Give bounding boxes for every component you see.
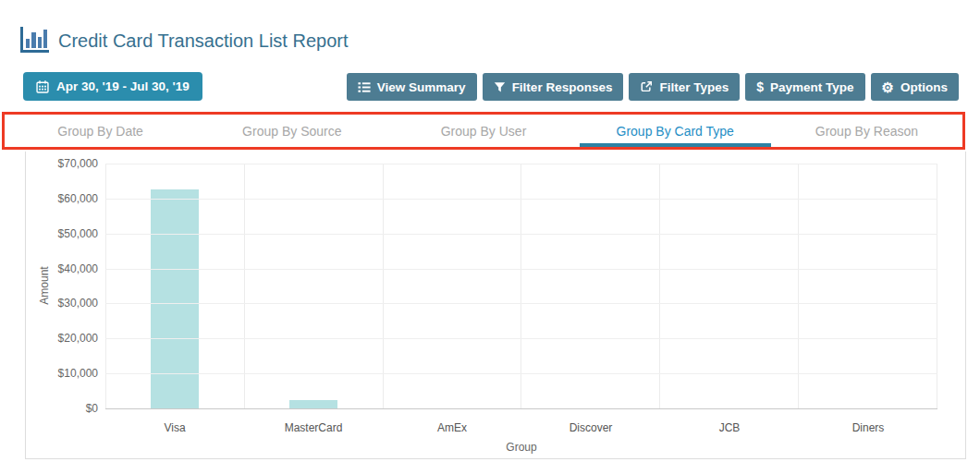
filter-types-label: Filter Types xyxy=(659,80,729,94)
category-column-diners xyxy=(798,164,937,408)
options-label: Options xyxy=(900,80,948,94)
x-axis-categories: VisaMasterCardAmExDiscoverJCBDiners xyxy=(105,414,937,434)
date-range-label: Apr 30, '19 - Jul 30, '19 xyxy=(56,79,190,93)
y-tick-label: $20,000 xyxy=(58,332,98,345)
x-category-label: MasterCard xyxy=(244,414,383,434)
view-summary-label: View Summary xyxy=(377,80,466,94)
plot-area xyxy=(105,164,937,408)
tab-group-by-card-type[interactable]: Group By Card Type xyxy=(580,115,771,147)
category-column-discover xyxy=(521,164,659,408)
page-header: Credit Card Transaction List Report xyxy=(20,27,348,53)
chart-panel: Amount $70,000$60,000$50,000$40,000$30,0… xyxy=(25,152,966,459)
tab-group-by-date[interactable]: Group By Date xyxy=(5,115,196,147)
payment-type-label: Payment Type xyxy=(770,80,854,94)
h-gridline xyxy=(105,164,937,164)
tab-label: Group By Reason xyxy=(815,124,918,139)
x-category-label: Visa xyxy=(105,414,244,434)
gear-icon: ⚙ xyxy=(882,80,894,94)
h-gridline xyxy=(105,234,937,235)
y-tick-label: $30,000 xyxy=(58,297,98,310)
page-title: Credit Card Transaction List Report xyxy=(58,30,348,53)
x-category-label: Discover xyxy=(521,414,660,434)
view-summary-button[interactable]: View Summary xyxy=(347,73,477,101)
dollar-icon: $ xyxy=(756,79,764,94)
x-category-label: Diners xyxy=(799,414,937,434)
category-column-mastercard xyxy=(244,164,383,408)
h-gridline xyxy=(105,199,937,200)
tab-label: Group By Date xyxy=(57,124,143,139)
report-page: Credit Card Transaction List Report Apr … xyxy=(0,0,980,462)
calendar-icon xyxy=(36,80,49,93)
tabs-highlight-annotation: Group By Date Group By Source Group By U… xyxy=(2,112,965,150)
h-gridline xyxy=(105,269,937,270)
tab-group-by-reason[interactable]: Group By Reason xyxy=(771,115,962,147)
funnel-icon xyxy=(494,81,506,93)
category-column-jcb xyxy=(659,164,798,408)
tab-group-by-source[interactable]: Group By Source xyxy=(196,115,387,147)
y-tick-label: $40,000 xyxy=(58,262,98,275)
x-category-label: JCB xyxy=(660,414,799,434)
options-button[interactable]: ⚙ Options xyxy=(871,73,959,101)
tab-label: Group By Card Type xyxy=(617,124,734,139)
toolbar: View Summary Filter Responses Filter Typ… xyxy=(347,73,959,101)
payment-type-button[interactable]: $ Payment Type xyxy=(745,73,864,101)
list-icon xyxy=(358,81,371,93)
h-gridline xyxy=(105,373,937,374)
bar-visa[interactable] xyxy=(151,189,199,408)
filter-responses-label: Filter Responses xyxy=(512,80,613,94)
x-axis-title: Group xyxy=(105,441,937,454)
filter-responses-button[interactable]: Filter Responses xyxy=(483,73,624,101)
y-tick-label: $60,000 xyxy=(58,192,98,205)
h-gridline xyxy=(105,303,937,304)
x-category-label: AmEx xyxy=(383,414,521,434)
tab-group-by-user[interactable]: Group By User xyxy=(387,115,579,147)
date-range-button[interactable]: Apr 30, '19 - Jul 30, '19 xyxy=(23,72,202,101)
h-gridline xyxy=(105,338,937,339)
y-tick-label: $70,000 xyxy=(58,157,98,170)
y-axis-ticks: $70,000$60,000$50,000$40,000$30,000$20,0… xyxy=(26,164,98,408)
tab-label: Group By Source xyxy=(242,124,341,139)
y-tick-label: $0 xyxy=(86,402,98,415)
bar-chart-icon xyxy=(20,27,49,53)
category-column-amex xyxy=(383,164,521,408)
y-tick-label: $10,000 xyxy=(58,367,98,380)
y-tick-label: $50,000 xyxy=(58,227,98,240)
filter-types-button[interactable]: Filter Types xyxy=(629,73,740,101)
external-link-icon xyxy=(640,80,653,93)
category-column-visa xyxy=(105,164,244,408)
bar-mastercard[interactable] xyxy=(289,400,337,408)
x-axis-line xyxy=(105,408,937,409)
tab-label: Group By User xyxy=(441,124,527,139)
active-tab-underline xyxy=(580,143,771,147)
